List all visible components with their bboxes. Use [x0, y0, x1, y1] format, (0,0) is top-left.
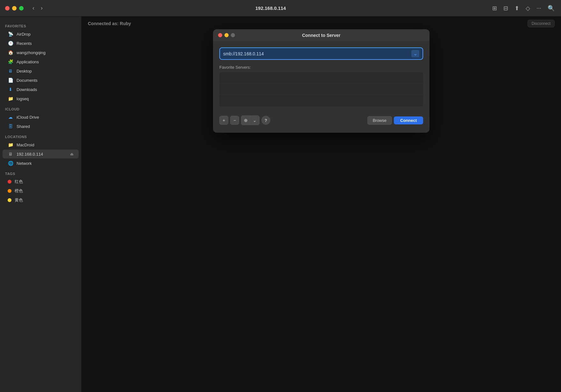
tag-orange-dot — [8, 189, 11, 193]
sidebar-label-applications: Applications — [17, 60, 39, 64]
tags-header: Tags — [0, 168, 81, 177]
sidebar-item-logseq[interactable]: 📁 logseq — [3, 94, 79, 103]
remove-server-button[interactable]: − — [230, 116, 239, 125]
sidebar-item-icloud-drive[interactable]: ☁ iCloud Drive — [3, 113, 79, 122]
favorite-servers-label: Favorite Servers: — [219, 65, 423, 70]
browse-button[interactable]: Browse — [367, 116, 392, 125]
modal-maximize-button[interactable] — [231, 33, 235, 37]
connect-button[interactable]: Connect — [394, 116, 423, 124]
sidebar-item-applications[interactable]: 🧩 Applications — [3, 57, 79, 66]
favorite-server-row-2[interactable] — [219, 84, 423, 95]
desktop-icon: 🖥 — [8, 68, 13, 74]
sidebar-label-documents: Documents — [17, 78, 38, 83]
recent-servers-group: ⊕ ⌄ — [241, 116, 259, 125]
server-dropdown-arrow[interactable]: ⌄ — [411, 50, 419, 57]
tag-icon[interactable]: ◇ — [524, 4, 531, 13]
recent-servers-dropdown[interactable]: ⌄ — [250, 116, 259, 125]
modal-title: Connect to Server — [302, 33, 341, 38]
applications-icon: 🧩 — [8, 59, 13, 65]
sidebar-label-tag-yellow: 黄色 — [15, 197, 23, 203]
modal-traffic-lights — [218, 33, 235, 37]
search-icon[interactable]: 🔍 — [546, 4, 556, 13]
logseq-icon: 📁 — [8, 96, 13, 102]
modal-titlebar: Connect to Server — [213, 29, 430, 41]
sidebar-label-downloads: Downloads — [17, 87, 37, 92]
location-bar: 192.168.0.114 — [50, 5, 491, 11]
locations-header: Locations — [0, 131, 81, 140]
network-icon: 🌐 — [8, 160, 13, 166]
sidebar-item-tag-orange[interactable]: 橙色 — [3, 186, 79, 195]
sidebar-item-shared[interactable]: 🗄 Shared — [3, 122, 79, 131]
recents-icon: 🕐 — [8, 40, 13, 46]
favorites-header: Favorites — [0, 20, 81, 29]
sidebar-label-desktop: Desktop — [17, 69, 32, 74]
documents-icon: 📄 — [8, 77, 13, 83]
server-address-row: ⌄ — [219, 47, 423, 60]
tag-red-dot — [8, 180, 11, 184]
sidebar-label-shared: Shared — [17, 124, 30, 129]
sidebar-label-tag-red: 红色 — [15, 179, 23, 185]
add-server-button[interactable]: + — [219, 116, 228, 125]
nav-buttons: ‹ › — [30, 4, 45, 13]
sidebar-item-downloads[interactable]: ⬇ Downloads — [3, 85, 79, 94]
sidebar-item-network[interactable]: 🌐 Network — [3, 159, 79, 168]
sidebar-item-airdrop[interactable]: 📡 AirDrop — [3, 30, 79, 38]
sidebar-item-documents[interactable]: 📄 Documents — [3, 76, 79, 85]
network-drive-icon: 🖥 — [8, 151, 13, 157]
back-button[interactable]: ‹ — [30, 4, 37, 13]
modal-overlay: Connect to Server ⌄ Favorite Servers: — [82, 17, 561, 392]
sidebar-item-desktop[interactable]: 🖥 Desktop — [3, 66, 79, 75]
main-layout: Favorites 📡 AirDrop 🕐 Recents 🏠 wangzhon… — [0, 17, 561, 392]
view-options-icon[interactable]: ⊟ — [502, 4, 509, 13]
share-icon[interactable]: ⬆ — [513, 4, 521, 13]
close-button[interactable] — [5, 6, 10, 10]
eject-button[interactable]: ⏏ — [70, 152, 74, 156]
sidebar-label-icloud-drive: iCloud Drive — [17, 115, 39, 120]
favorite-servers-list — [219, 72, 423, 107]
sidebar-item-recents[interactable]: 🕐 Recents — [3, 39, 79, 48]
airdrop-icon: 📡 — [8, 31, 13, 37]
server-address-input[interactable] — [223, 51, 411, 56]
sidebar: Favorites 📡 AirDrop 🕐 Recents 🏠 wangzhon… — [0, 17, 82, 392]
sidebar-item-home[interactable]: 🏠 wangzhongqing — [3, 48, 79, 57]
maximize-button[interactable] — [19, 6, 24, 10]
sidebar-label-macdroid: MacDroid — [17, 143, 34, 147]
macdroid-icon: 📁 — [8, 142, 13, 148]
modal-footer: + − ⊕ ⌄ ? Browse Connect — [219, 112, 423, 126]
favorite-server-row-1[interactable] — [219, 72, 423, 84]
titlebar: ‹ › 192.168.0.114 ⊞ ⊟ ⬆ ◇ ··· 🔍 — [0, 0, 561, 17]
sidebar-label-network-drive: 192.168.0.114 — [17, 152, 43, 157]
sidebar-label-network: Network — [17, 161, 32, 166]
downloads-icon: ⬇ — [8, 87, 13, 92]
sidebar-item-network-drive[interactable]: 🖥 192.168.0.114 ⏏ — [3, 150, 79, 158]
connect-to-server-modal: Connect to Server ⌄ Favorite Servers: — [213, 29, 430, 133]
more-icon[interactable]: ··· — [535, 4, 543, 13]
help-button[interactable]: ? — [261, 116, 270, 125]
forward-button[interactable]: › — [38, 4, 45, 13]
home-icon: 🏠 — [8, 50, 13, 55]
minimize-button[interactable] — [12, 6, 17, 10]
shared-icon: 🗄 — [8, 123, 13, 129]
content-area: Connected as: Ruby Disconnect Connect to… — [82, 17, 561, 392]
sidebar-label-logseq: logseq — [17, 96, 29, 101]
sidebar-label-home: wangzhongqing — [17, 50, 46, 55]
traffic-lights — [5, 6, 24, 10]
sidebar-label-recents: Recents — [17, 41, 32, 46]
toolbar-right: ⊞ ⊟ ⬆ ◇ ··· 🔍 — [491, 4, 556, 13]
icloud-drive-icon: ☁ — [8, 114, 13, 120]
modal-minimize-button[interactable] — [224, 33, 229, 37]
sidebar-item-macdroid[interactable]: 📁 MacDroid — [3, 140, 79, 149]
recent-servers-button[interactable]: ⊕ — [241, 116, 250, 125]
modal-body: ⌄ Favorite Servers: + − ⊕ — [213, 41, 430, 133]
icloud-header: iCloud — [0, 103, 81, 112]
sidebar-item-tag-yellow[interactable]: 黄色 — [3, 196, 79, 205]
view-grid-icon[interactable]: ⊞ — [491, 4, 498, 13]
sidebar-label-airdrop: AirDrop — [17, 32, 31, 37]
tag-yellow-dot — [8, 198, 11, 202]
modal-close-button[interactable] — [218, 33, 222, 37]
sidebar-item-tag-red[interactable]: 红色 — [3, 177, 79, 186]
favorite-server-row-3[interactable] — [219, 95, 423, 107]
sidebar-label-tag-orange: 橙色 — [15, 188, 23, 194]
